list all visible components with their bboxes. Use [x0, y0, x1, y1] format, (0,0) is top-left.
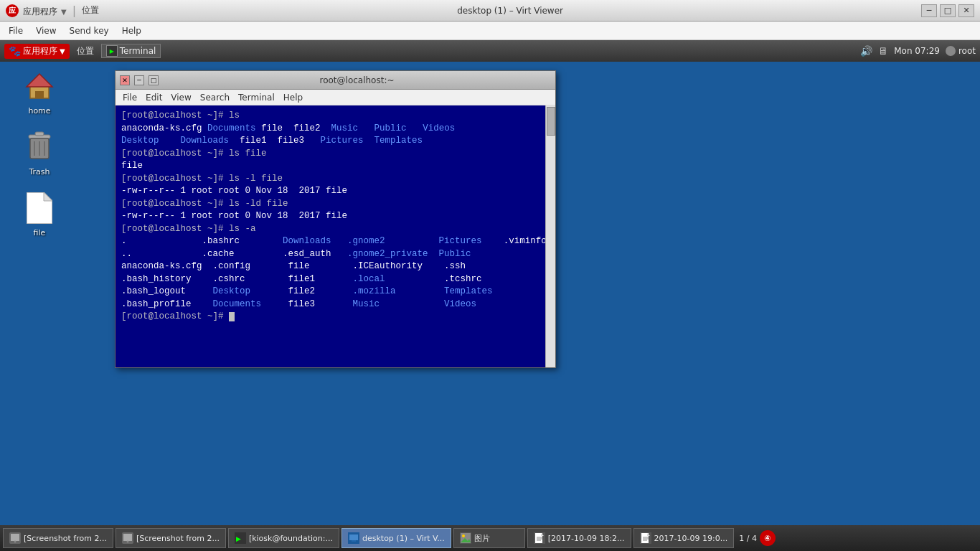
display-icon[interactable]: 🖥 — [878, 45, 888, 57]
panel-left: 🐾 应用程序 ▼ 位置 ▶ Terminal — [4, 44, 161, 59]
host-window-buttons: ─ □ ✕ — [921, 4, 974, 17]
applications-menu[interactable]: 🐾 应用程序 ▼ — [4, 44, 70, 59]
terminal-line: file — [121, 160, 550, 173]
host-maximize-button[interactable]: □ — [940, 4, 956, 17]
panel-right: 🔊 🖥 Mon 07:29 root — [860, 45, 976, 57]
term-menu-search[interactable]: Search — [196, 92, 234, 103]
term-minimize-button[interactable]: ─ — [134, 75, 144, 85]
host-minimize-button[interactable]: ─ — [921, 4, 937, 17]
host-taskbar-item-7[interactable]: 2017-10-09 19:0... — [633, 528, 735, 548]
host-pager-button[interactable]: ④ — [760, 530, 776, 546]
scrollbar-thumb[interactable] — [547, 107, 555, 136]
host-taskbar-item-6[interactable]: [2017-10-09 18:2... — [527, 528, 631, 548]
term-maximize-button[interactable]: □ — [149, 75, 159, 85]
doc-icon-2 — [640, 532, 651, 544]
host-taskbar: [Screenshot from 2... [Screenshot from 2… — [0, 525, 980, 551]
svg-rect-12 — [11, 534, 19, 541]
terminal-line: [root@localhost ~]# ls -ld file — [121, 198, 550, 211]
host-pager: 1 / 4 ④ — [739, 530, 776, 546]
terminal-panel-icon: ▶ — [106, 45, 118, 57]
user-menu[interactable]: root — [946, 46, 976, 56]
svg-point-16 — [126, 541, 128, 543]
terminal-body[interactable]: [root@localhost ~]# ls anaconda-ks.cfg D… — [116, 105, 555, 367]
terminal-line: .bash_logout Desktop file2 .mozilla Temp… — [121, 286, 550, 298]
guest-panel: 🐾 应用程序 ▼ 位置 ▶ Terminal 🔊 🖥 Mon 07:29 roo… — [0, 40, 980, 62]
places-menu[interactable]: 位置 — [82, 4, 99, 17]
terminal-line: [root@localhost ~]# — [121, 311, 550, 324]
svg-rect-20 — [349, 534, 358, 540]
svg-point-24 — [462, 534, 465, 537]
terminal-line: anaconda-ks.cfg Documents file file2 Mus… — [121, 123, 550, 136]
host-menubar: File View Send key Help — [0, 22, 980, 40]
terminal-line: Desktop Downloads file1 file3 Pictures T… — [121, 135, 550, 148]
image-viewer-icon — [460, 532, 471, 544]
terminal-line: . .bashrc Downloads .gnome2 Pictures .vi… — [121, 235, 550, 248]
terminal-panel-btn[interactable]: ▶ Terminal — [101, 44, 161, 58]
user-icon — [946, 46, 956, 56]
terminal-line: [root@localhost ~]# ls -a — [121, 223, 550, 236]
svg-marker-10 — [44, 192, 52, 201]
term-menu-edit[interactable]: Edit — [141, 92, 166, 103]
desktop-icon-file[interactable]: file — [14, 191, 65, 237]
volume-icon[interactable]: 🔊 — [860, 45, 872, 57]
terminal-line: [root@localhost ~]# ls -l file — [121, 173, 550, 186]
doc-icon-1 — [534, 532, 545, 544]
host-pager-label: 1 / 4 — [739, 534, 757, 543]
desktop-icon-trash[interactable]: Trash — [14, 130, 65, 176]
terminal-titlebar: ✕ ─ □ root@localhost:~ — [116, 71, 555, 90]
screenshot-icon-2 — [122, 532, 133, 544]
terminal-line: .. .cache .esd_auth .gnome2_private Publ… — [121, 248, 550, 261]
menu-file[interactable]: File — [3, 24, 29, 37]
svg-rect-21 — [352, 540, 356, 542]
terminal-menubar: File Edit View Search Terminal Help — [116, 90, 555, 105]
terminal-line: [root@localhost ~]# ls — [121, 110, 550, 123]
terminal-line: -rw-r--r-- 1 root root 0 Nov 18 2017 fil… — [121, 210, 550, 223]
svg-rect-4 — [35, 132, 44, 136]
host-app-icon: 应 — [6, 4, 19, 17]
host-taskbar-item-2[interactable]: [Screenshot from 2... — [116, 528, 226, 548]
time-display: Mon 07:29 — [894, 46, 940, 56]
host-taskbar-item-5[interactable]: 图片 — [453, 528, 525, 548]
term-menu-help[interactable]: Help — [279, 92, 307, 103]
svg-rect-15 — [123, 534, 132, 541]
footprint-icon: 🐾 — [9, 45, 21, 57]
taskbar-item-label: 应用程序 ▼ — [23, 4, 67, 18]
menu-help[interactable]: Help — [116, 24, 147, 37]
terminal-line: [root@localhost ~]# ls file — [121, 148, 550, 161]
terminal-line: .bash_history .cshrc file1 .local .tcshr… — [121, 273, 550, 286]
virtual-desktop: 🐾 应用程序 ▼ 位置 ▶ Terminal 🔊 🖥 Mon 07:29 roo… — [0, 40, 980, 551]
term-close-button[interactable]: ✕ — [120, 75, 130, 85]
svg-marker-1 — [27, 74, 52, 87]
menu-sendkey[interactable]: Send key — [64, 24, 115, 37]
virt-viewer-icon — [348, 532, 359, 544]
svg-rect-2 — [35, 91, 44, 98]
host-titlebar: 应 应用程序 ▼ | 位置 desktop (1) – Virt Viewer … — [0, 0, 980, 22]
term-menu-view[interactable]: View — [166, 92, 195, 103]
home-icon-label: home — [28, 106, 50, 116]
desktop-icon-home[interactable]: home — [14, 69, 65, 116]
terminal-title: root@localhost:~ — [163, 75, 551, 85]
terminal-line: anaconda-ks.cfg .config file .ICEauthori… — [121, 260, 550, 273]
svg-text:▶: ▶ — [236, 535, 241, 542]
terminal-window: ✕ ─ □ root@localhost:~ File Edit View Se… — [115, 70, 556, 368]
host-taskbar-item-4[interactable]: desktop (1) – Virt V... — [341, 528, 451, 548]
host-window-title: desktop (1) – Virt Viewer — [99, 6, 921, 16]
host-close-button[interactable]: ✕ — [958, 4, 974, 17]
terminal-line: .bash_profile Documents file3 Music Vide… — [121, 298, 550, 311]
term-menu-file[interactable]: File — [118, 92, 141, 103]
places-menu-guest[interactable]: 位置 — [72, 44, 98, 59]
desktop-icons: home Trash — [14, 69, 65, 237]
host-taskbar-item-3[interactable]: ▶ [kiosk@foundation:... — [228, 528, 339, 548]
kiosk-terminal-icon: ▶ — [235, 532, 246, 544]
host-taskbar-item-1[interactable]: [Screenshot from 2... — [3, 528, 113, 548]
apps-label: 应用程序 — [23, 6, 57, 17]
screenshot-icon-1 — [9, 532, 21, 544]
menu-view[interactable]: View — [30, 24, 62, 37]
file-icon-label: file — [34, 228, 46, 237]
svg-point-13 — [14, 541, 17, 543]
terminal-scrollbar[interactable] — [545, 105, 555, 367]
trash-icon-label: Trash — [29, 167, 50, 176]
terminal-line: -rw-r--r-- 1 root root 0 Nov 18 2017 fil… — [121, 185, 550, 198]
term-menu-terminal[interactable]: Terminal — [234, 92, 279, 103]
